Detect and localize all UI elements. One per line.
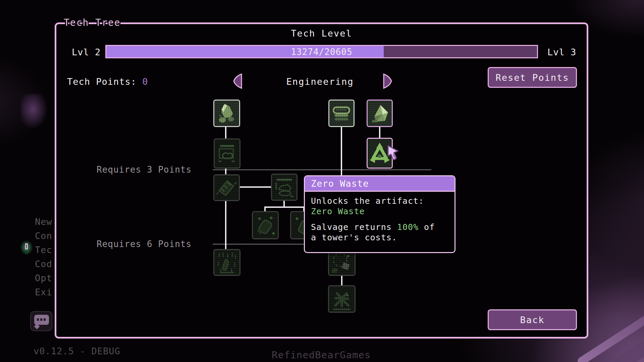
connector-line	[225, 126, 226, 140]
tech-points-label: Tech Points: 0	[67, 76, 148, 87]
salvage-suffix: of	[419, 222, 435, 232]
reset-points-button[interactable]: Reset Points	[488, 67, 577, 88]
tech-node-crystal-icon[interactable]	[367, 100, 393, 127]
connector-line	[225, 200, 226, 251]
salvage-prefix: Salvage returns	[311, 222, 397, 232]
tooltip-title: Zero Waste	[305, 176, 454, 192]
dialog-title: Tech Tree	[64, 17, 121, 28]
studio-watermark: RefinedBearGames	[272, 349, 371, 361]
tech-level-progressbar: 13274/20605	[105, 45, 538, 58]
tooltip-salvage-line2: a tower's costs.	[311, 232, 448, 243]
connector-line	[264, 206, 305, 208]
tech-node-excavator-icon[interactable]	[271, 174, 298, 201]
tech-points-text: Tech Points:	[67, 76, 142, 87]
tier1-requirement-label: Requires 3 Points	[97, 165, 192, 175]
level-right-label: Lvl 3	[547, 47, 576, 57]
chat-bubble-icon	[30, 311, 52, 331]
tier1-divider	[213, 169, 431, 170]
tooltip-line-unlocks: Unlocks the artifact:	[311, 196, 448, 206]
back-button[interactable]: Back	[488, 309, 577, 330]
tech-node-chemical-barrel-icon[interactable]	[252, 211, 279, 239]
category-name: Engineering	[253, 76, 387, 87]
category-next-arrow[interactable]	[382, 73, 393, 89]
tech-node-armor-stack-icon[interactable]	[328, 100, 355, 127]
connector-line	[379, 126, 380, 139]
version-text: v0.12.5 - DEBUG	[34, 346, 120, 356]
connector-line	[341, 275, 342, 287]
tech-tree-dialog: Tech Tree Tech Level Lvl 2 13274/20605 L…	[55, 22, 588, 339]
tech-node-drill-icon[interactable]	[213, 174, 240, 201]
tech-node-burst-icon[interactable]	[328, 285, 356, 313]
tech-level-title: Tech Level	[56, 28, 587, 39]
tier2-requirement-label: Requires 6 Points	[97, 239, 192, 249]
salvage-value: 100%	[397, 222, 419, 232]
tech-node-storm-icon[interactable]	[213, 249, 240, 276]
tooltip-zero-waste: Zero Waste Unlocks the artifact: Zero Wa…	[304, 175, 455, 253]
exclamation-icon	[19, 239, 34, 257]
tech-points-value: 0	[142, 76, 148, 87]
tech-level-progress-text: 13274/20605	[106, 46, 537, 57]
connector-line	[341, 126, 342, 177]
category-prev-arrow[interactable]	[232, 73, 243, 89]
tooltip-salvage-line: Salvage returns 100% of	[311, 222, 448, 232]
background-logo-glow	[21, 94, 48, 133]
game-screen: New Con Tec Cod Opt Exi v0.12.5 - DEBUG …	[0, 0, 644, 362]
connector-line	[283, 200, 285, 207]
tech-node-recycle-icon[interactable]	[367, 138, 393, 169]
connector-line	[239, 186, 272, 188]
tech-node-fabricator-icon[interactable]	[214, 138, 240, 169]
level-left-label: Lvl 2	[72, 47, 101, 57]
tooltip-body: Unlocks the artifact: Zero Waste Salvage…	[305, 192, 454, 247]
tech-node-turret-icon[interactable]	[213, 100, 240, 127]
tooltip-artifact-name: Zero Waste	[311, 206, 448, 217]
